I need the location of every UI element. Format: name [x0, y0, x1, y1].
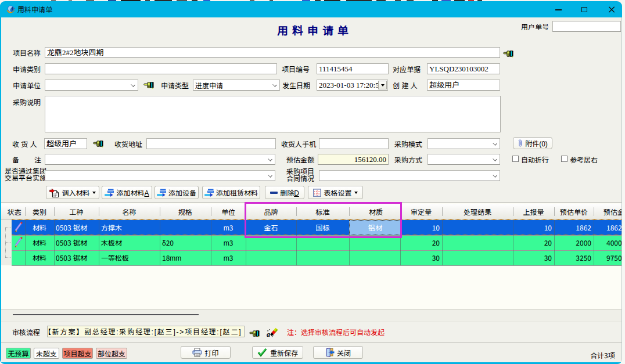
svg-text:a: a — [267, 330, 270, 338]
